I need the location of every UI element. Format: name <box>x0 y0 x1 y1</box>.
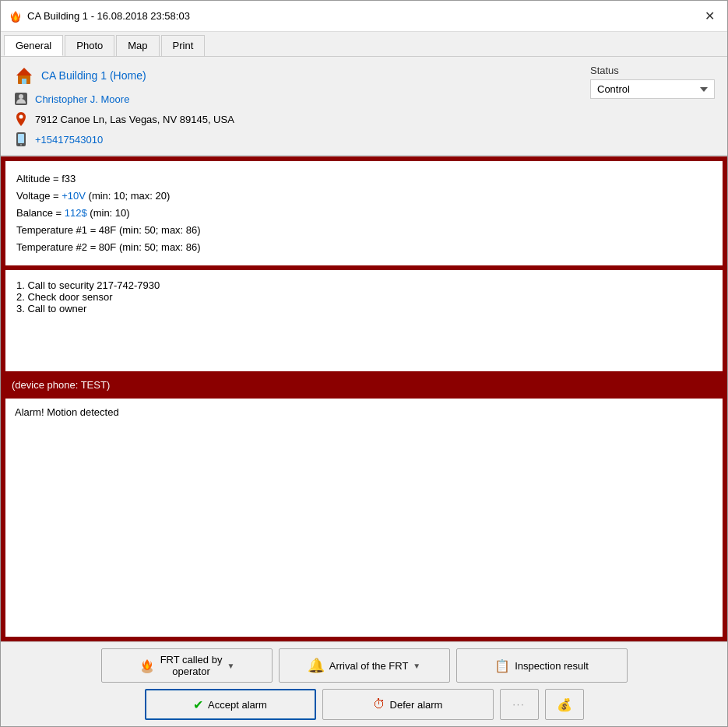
svg-rect-3 <box>22 79 26 84</box>
voltage-row: Voltage = +10V (min: 10; max: 20) <box>16 188 712 205</box>
frt-called-button[interactable]: FRT called byoperator ▼ <box>101 648 273 683</box>
alarm-panel: Alarm! Motion detected <box>5 399 723 637</box>
title-bar-left: CA Building 1 - 16.08.2018 23:58:03 <box>9 9 190 23</box>
inspection-button[interactable]: 📋 Inspection result <box>456 648 628 683</box>
sensor-data: Altitude = f33 Voltage = +10V (min: 10; … <box>16 170 712 256</box>
address-row: 7912 Canoe Ln, Las Vegas, NV 89145, USA <box>13 111 234 127</box>
inspection-label: Inspection result <box>515 660 589 672</box>
altitude-row: Altitude = f33 <box>16 170 712 188</box>
status-label: Status <box>590 65 619 76</box>
clock-icon: ⏱ <box>373 697 385 711</box>
frt-icon <box>139 657 156 674</box>
bottom-row-1: FRT called byoperator ▼ 🔔 Arrival of the… <box>9 648 719 683</box>
svg-point-5 <box>19 94 23 99</box>
header-section: CA Building 1 (Home) Christopher J. Moor… <box>1 57 727 156</box>
dots-icon: ··· <box>512 699 525 710</box>
contact-address: 7912 Canoe Ln, Las Vegas, NV 89145, USA <box>35 114 234 125</box>
contact-row: Christopher J. Moore <box>13 91 234 107</box>
contact-name: Christopher J. Moore <box>35 93 129 105</box>
defer-alarm-button[interactable]: ⏱ Defer alarm <box>322 689 494 720</box>
title-bar: CA Building 1 - 16.08.2018 23:58:03 ✕ <box>1 1 727 32</box>
title-text: CA Building 1 - 16.08.2018 23:58:03 <box>27 10 190 22</box>
person-icon <box>13 91 29 107</box>
bottom-row-2: ✔ Accept alarm ⏱ Defer alarm ··· 💰 <box>9 689 719 720</box>
frt-dropdown-arrow: ▼ <box>227 662 234 670</box>
close-button[interactable]: ✕ <box>700 7 719 25</box>
bell-icon: 🔔 <box>308 657 325 674</box>
phone-icon <box>13 132 29 147</box>
bottom-bar: FRT called byoperator ▼ 🔔 Arrival of the… <box>1 641 727 726</box>
temp2-row: Temperature #2 = 80F (min: 50; max: 86) <box>16 239 712 256</box>
tab-map[interactable]: Map <box>116 35 159 56</box>
tab-bar: General Photo Map Print <box>1 32 727 57</box>
header-right: Status Control Alarm Disarmed Armed <box>590 65 715 99</box>
contact-phone: +15417543010 <box>35 134 103 146</box>
building-name-row: CA Building 1 (Home) <box>13 65 234 86</box>
money-icon: 💰 <box>557 697 572 712</box>
pin-icon <box>13 111 29 127</box>
device-phone-bar: (device phone: TEST) <box>5 376 723 394</box>
building-name-text: CA Building 1 (Home) <box>41 69 146 82</box>
arrival-label: Arrival of the FRT <box>329 660 409 672</box>
svg-point-9 <box>20 144 22 146</box>
frt-called-label: FRT called byoperator <box>160 654 223 677</box>
defer-label: Defer alarm <box>390 699 443 711</box>
payment-button[interactable]: 💰 <box>545 689 584 720</box>
accept-alarm-button[interactable]: ✔ Accept alarm <box>145 689 316 720</box>
main-window: CA Building 1 - 16.08.2018 23:58:03 ✕ Ge… <box>0 0 728 727</box>
check-icon: ✔ <box>193 697 203 712</box>
action-2: 2. Check door sensor <box>16 291 712 303</box>
temp1-row: Temperature #1 = 48F (min: 50; max: 86) <box>16 222 712 239</box>
clipboard-icon: 📋 <box>494 659 510 673</box>
fire-icon <box>9 9 23 23</box>
alarm-message: Alarm! Motion detected <box>15 406 119 418</box>
svg-marker-2 <box>16 68 32 76</box>
more-options-button[interactable]: ··· <box>500 689 539 720</box>
balance-row: Balance = 112$ (min: 10) <box>16 205 712 222</box>
action-1: 1. Call to security 217-742-7930 <box>16 279 712 291</box>
tab-print[interactable]: Print <box>161 35 206 56</box>
actions-panel: 1. Call to security 217-742-7930 2. Chec… <box>5 270 723 371</box>
arrival-button[interactable]: 🔔 Arrival of the FRT ▼ <box>279 648 450 683</box>
tab-general[interactable]: General <box>4 35 63 56</box>
svg-rect-8 <box>18 134 24 143</box>
phone-row: +15417543010 <box>13 132 234 147</box>
status-select[interactable]: Control Alarm Disarmed Armed <box>590 79 715 99</box>
header-left: CA Building 1 (Home) Christopher J. Moor… <box>13 65 234 147</box>
sensor-data-panel: Altitude = f33 Voltage = +10V (min: 10; … <box>5 161 723 265</box>
accept-label: Accept alarm <box>208 699 267 711</box>
action-3: 3. Call to owner <box>16 303 712 314</box>
tab-photo[interactable]: Photo <box>65 35 114 56</box>
svg-point-6 <box>19 115 23 119</box>
house-icon <box>13 65 35 86</box>
arrival-dropdown-arrow: ▼ <box>413 662 420 670</box>
